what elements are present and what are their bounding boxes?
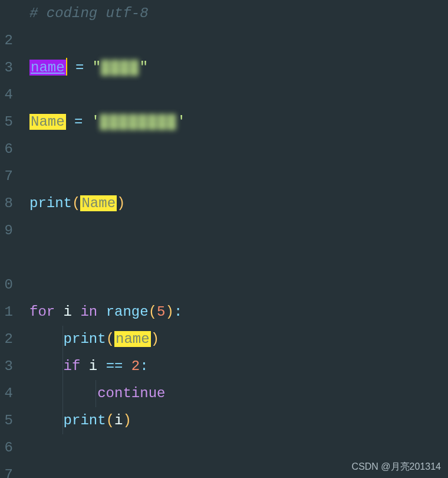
code-line[interactable] xyxy=(29,244,448,271)
indent-guide xyxy=(62,326,63,353)
line-number: 3 xyxy=(0,353,13,380)
code-line[interactable]: if i == 2: xyxy=(29,353,448,380)
code-line[interactable]: print(i) xyxy=(29,407,448,434)
paren-close: ) xyxy=(117,195,125,211)
line-number: 5 xyxy=(0,109,13,136)
line-number: 6 xyxy=(0,434,13,461)
builtin-function: print xyxy=(64,412,106,428)
equals-operator: == xyxy=(106,358,123,374)
line-number: 2 xyxy=(0,27,13,54)
variable-highlighted: Name xyxy=(80,195,117,211)
colon: : xyxy=(140,358,148,374)
space xyxy=(97,304,106,320)
string-quote: ' xyxy=(177,114,185,130)
string-quote: " xyxy=(140,60,148,76)
line-number: 4 xyxy=(0,380,13,407)
number-literal: 2 xyxy=(131,358,140,374)
code-line[interactable] xyxy=(29,434,448,461)
line-number: 3 xyxy=(0,54,13,81)
variable-highlighted: name xyxy=(114,331,151,347)
string-quote: ' xyxy=(91,114,100,130)
assign-operator: = xyxy=(67,60,93,76)
code-line[interactable]: continue xyxy=(29,380,448,407)
indent-guide xyxy=(95,380,96,407)
line-number: 2 xyxy=(0,326,13,353)
keyword-in: in xyxy=(80,304,97,320)
builtin-function: print xyxy=(64,331,106,347)
paren-open: ( xyxy=(106,331,114,347)
keyword-if: if xyxy=(64,358,81,374)
code-line[interactable] xyxy=(29,81,448,109)
code-line[interactable]: Name = '▓▓▓▓▓▓▓▓' xyxy=(29,109,448,136)
keyword-for: for xyxy=(29,304,55,320)
line-number: 5 xyxy=(0,407,13,434)
code-line[interactable]: print(Name) xyxy=(29,190,448,217)
paren-close: ) xyxy=(151,331,159,347)
code-editor[interactable]: 2 3 4 5 6 7 8 9 0 1 2 3 4 5 6 7 # coding… xyxy=(0,0,448,478)
line-number: 4 xyxy=(0,81,13,109)
line-number: 9 xyxy=(0,217,13,244)
paren-open: ( xyxy=(106,412,114,428)
space xyxy=(123,358,131,374)
number-literal: 5 xyxy=(157,304,165,320)
line-number: 8 xyxy=(0,190,13,217)
variable-highlighted: Name xyxy=(29,114,66,130)
paren-open: ( xyxy=(149,304,157,320)
code-line[interactable] xyxy=(29,136,448,163)
line-number xyxy=(0,244,13,271)
line-number: 7 xyxy=(0,163,13,190)
line-gutter: 2 3 4 5 6 7 8 9 0 1 2 3 4 5 6 7 xyxy=(0,0,18,478)
comment-text: # coding utf-8 xyxy=(29,5,149,21)
code-line[interactable]: print(name) xyxy=(29,326,448,353)
line-number: 6 xyxy=(0,136,13,163)
keyword-continue: continue xyxy=(97,385,165,401)
code-line[interactable] xyxy=(29,163,448,190)
string-quote: " xyxy=(93,60,101,76)
line-number: 7 xyxy=(0,461,13,478)
line-number: 0 xyxy=(0,271,13,299)
builtin-range: range xyxy=(106,304,149,320)
variable-ref: i xyxy=(80,358,106,374)
paren-close: ) xyxy=(165,304,173,320)
indent-guide xyxy=(62,353,63,380)
code-line[interactable] xyxy=(29,27,448,54)
colon: : xyxy=(174,304,182,320)
line-number xyxy=(0,0,13,27)
watermark-text: CSDN @月亮201314 xyxy=(352,461,441,473)
obscured-text: ▓▓▓▓▓▓▓▓ xyxy=(100,109,177,136)
builtin-function: print xyxy=(29,195,72,211)
assign-operator: = xyxy=(66,114,91,130)
paren-open: ( xyxy=(72,195,80,211)
variable-highlighted-primary: name xyxy=(29,60,66,76)
text-cursor xyxy=(66,58,67,76)
code-line[interactable]: for i in range(5): xyxy=(29,299,448,326)
indent-guide xyxy=(62,407,63,434)
code-line[interactable]: # coding utf-8 xyxy=(29,0,448,27)
indent-guide xyxy=(62,380,63,407)
variable-ref: i xyxy=(114,412,123,428)
paren-close: ) xyxy=(123,412,131,428)
loop-variable: i xyxy=(55,304,80,320)
line-number: 1 xyxy=(0,299,13,326)
code-line[interactable]: name = "▓▓▓▓" xyxy=(29,54,448,81)
code-line[interactable] xyxy=(29,217,448,244)
code-content[interactable]: # coding utf-8 name = "▓▓▓▓" Name = '▓▓▓… xyxy=(18,0,448,478)
code-line[interactable] xyxy=(29,271,448,299)
obscured-text: ▓▓▓▓ xyxy=(101,54,140,81)
